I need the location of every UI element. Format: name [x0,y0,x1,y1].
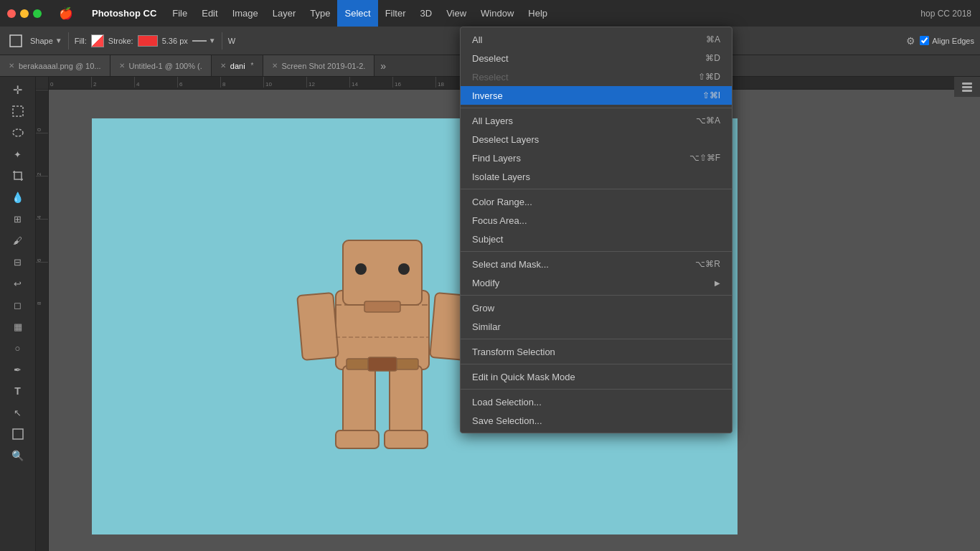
menu-item-deselect[interactable]: Deselect ⌘D [461,49,732,67]
menu-item-find-layers-label: Find Layers [472,153,689,164]
menu-item-load-selection-label: Load Selection... [472,397,720,408]
text-tool[interactable]: T [5,381,31,401]
marquee-tool[interactable] [5,101,31,121]
close-button[interactable] [7,9,16,18]
pen-tool[interactable]: ✒ [5,359,31,380]
ruler-tick: 16 [393,77,436,88]
magic-wand-tool[interactable]: ✦ [5,144,31,164]
align-edges-label[interactable]: Align Edges [920,36,974,45]
move-tool[interactable]: ✛ [5,80,31,100]
svg-rect-18 [368,357,397,371]
menu-item-find-layers-shortcut: ⌥⇧⌘F [689,153,720,163]
tab-3[interactable]: ✕ dani * [212,55,263,77]
menu-item-reselect-label: Reselect [472,72,698,83]
stroke-size-picker[interactable]: ▼ [192,35,216,47]
dodge-tool[interactable]: ○ [5,338,31,358]
menu-filter[interactable]: Filter [378,0,413,27]
svg-rect-11 [297,293,339,360]
menu-edit[interactable]: Edit [194,0,225,27]
menu-item-transform-selection[interactable]: Transform Selection [461,342,732,361]
ruler-tick: 10 [264,77,307,88]
svg-rect-13 [343,366,375,438]
tab-1[interactable]: ✕ berakaaaal.png @ 10... [0,55,110,77]
menu-item-color-range[interactable]: Color Range... [461,192,732,211]
menu-3d[interactable]: 3D [413,0,440,27]
eyedropper-tool[interactable]: 💧 [5,187,31,207]
menu-view[interactable]: View [439,0,473,27]
separator-4 [461,295,732,296]
menu-item-find-layers[interactable]: Find Layers ⌥⇧⌘F [461,149,732,167]
ruler-tick: 14 [350,77,393,88]
menu-item-grow[interactable]: Grow [461,298,732,317]
menu-item-modify[interactable]: Modify ▶ [461,273,732,292]
align-edges-checkbox[interactable] [920,36,929,45]
svg-rect-22 [962,90,972,92]
brush-tool[interactable]: 🖌 [5,230,31,250]
svg-rect-14 [390,366,422,438]
menu-item-all-layers[interactable]: All Layers ⌥⌘A [461,111,732,130]
tab-2[interactable]: ✕ Untitled-1 @ 100% (. [110,55,212,77]
menu-item-deselect-shortcut: ⌘D [705,53,720,63]
menu-item-inverse[interactable]: Inverse ⇧⌘I [461,86,732,105]
stamp-tool[interactable]: ⊟ [5,252,31,272]
menu-file[interactable]: File [165,0,194,27]
menu-help[interactable]: Help [521,0,555,27]
menu-item-quick-mask[interactable]: Edit in Quick Mask Mode [461,367,732,386]
menu-image[interactable]: Image [225,0,265,27]
svg-rect-0 [10,35,22,47]
zoom-tool[interactable]: 🔍 [5,446,31,466]
tab-close-icon[interactable]: ✕ [9,62,14,70]
menu-item-load-selection[interactable]: Load Selection... [461,392,732,411]
menu-item-deselect-layers-label: Deselect Layers [472,134,720,145]
layers-panel-icon[interactable] [954,77,980,97]
history-brush-tool[interactable]: ↩ [5,273,31,293]
tab-close-icon4[interactable]: ✕ [272,62,278,70]
tab-4[interactable]: ✕ Screen Shot 2019-01-2. [263,55,375,77]
separator-3 [461,251,732,252]
eraser-tool[interactable]: ◻ [5,295,31,315]
tab-close-icon2[interactable]: ✕ [119,62,125,70]
apple-menu[interactable]: 🍎 [49,6,83,20]
gradient-tool[interactable]: ▦ [5,316,31,336]
menu-window[interactable]: Window [473,0,521,27]
separator-7 [461,389,732,390]
menu-item-isolate-layers[interactable]: Isolate Layers [461,167,732,186]
menu-item-subject[interactable]: Subject [461,230,732,248]
submenu-arrow-icon: ▶ [715,279,720,287]
more-tabs-button[interactable]: » [374,60,392,72]
ruler-tick: 4 [135,77,178,88]
crop-tool[interactable] [5,166,31,186]
ruler-v-tick: 0 [36,90,48,133]
settings-icon[interactable]: ⚙ [906,35,915,47]
menu-item-focus-area[interactable]: Focus Area... [461,211,732,230]
select-menu: All ⌘A Deselect ⌘D Reselect ⇧⌘D Inverse … [460,27,732,433]
menu-item-save-selection[interactable]: Save Selection... [461,411,732,430]
shape-tool[interactable] [5,424,31,444]
lasso-tool[interactable] [5,123,31,143]
stroke-color-picker[interactable] [138,35,158,47]
tab-2-label: Untitled-1 @ 100% (. [129,62,202,70]
minimize-button[interactable] [20,9,29,18]
separator-2 [461,189,732,189]
menu-item-all-shortcut: ⌘A [706,34,720,44]
menubar-right: hop CC 2018 [920,9,980,19]
menu-layer[interactable]: Layer [265,0,303,27]
menu-type[interactable]: Type [303,0,337,27]
fill-picker[interactable] [91,34,104,47]
align-edges-area: ⚙ Align Edges [906,35,974,47]
menu-item-similar[interactable]: Similar [461,317,732,336]
tab-close-icon3[interactable]: ✕ [220,62,226,70]
ruler-tick: 6 [178,77,221,88]
menu-item-select-mask-label: Select and Mask... [472,259,695,270]
svg-rect-10 [364,301,400,312]
menu-item-color-range-label: Color Range... [472,197,720,207]
menu-item-select-mask[interactable]: Select and Mask... ⌥⌘R [461,255,732,273]
shape-picker[interactable]: Shape ▼ [30,37,62,45]
menu-item-deselect-layers[interactable]: Deselect Layers [461,130,732,149]
menu-item-all-label: All [472,34,706,45]
path-select-tool[interactable]: ↖ [5,402,31,423]
fullscreen-button[interactable] [33,9,42,18]
menu-select[interactable]: Select [337,0,377,27]
heal-tool[interactable]: ⊞ [5,209,31,229]
menu-item-all[interactable]: All ⌘A [461,30,732,49]
